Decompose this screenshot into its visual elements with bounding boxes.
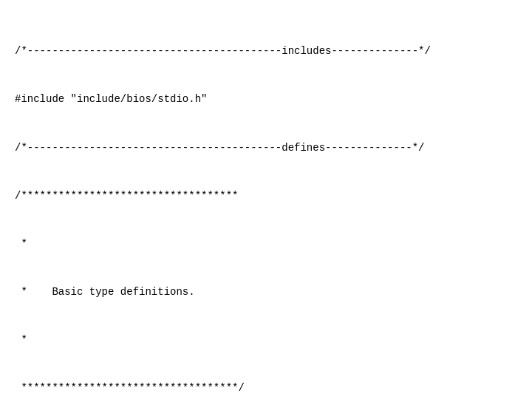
line-include-stdio: #include "include/bios/stdio.h" — [15, 92, 517, 108]
line-text: ***********************************/ — [15, 381, 245, 397]
line-text: /*--------------------------------------… — [15, 44, 431, 60]
line-comment-start: /*********************************** — [15, 188, 517, 205]
line-defines: /*--------------------------------------… — [15, 140, 517, 157]
line-text: /*********************************** — [15, 188, 238, 205]
line-comment-star2: * — [15, 332, 517, 349]
line-comment-end: ***********************************/ — [15, 381, 517, 397]
line-comment-star1: * — [15, 236, 517, 253]
code-content: /*--------------------------------------… — [15, 12, 517, 399]
line-text: #include "include/bios/stdio.h" — [15, 92, 207, 108]
line-text: /*--------------------------------------… — [15, 140, 425, 157]
line-text: * — [15, 236, 27, 253]
line-includes: /*--------------------------------------… — [15, 44, 517, 60]
line-text: * Basic type definitions. — [15, 284, 195, 301]
line-comment-text: * Basic type definitions. — [15, 284, 517, 301]
line-text: * — [15, 332, 27, 349]
